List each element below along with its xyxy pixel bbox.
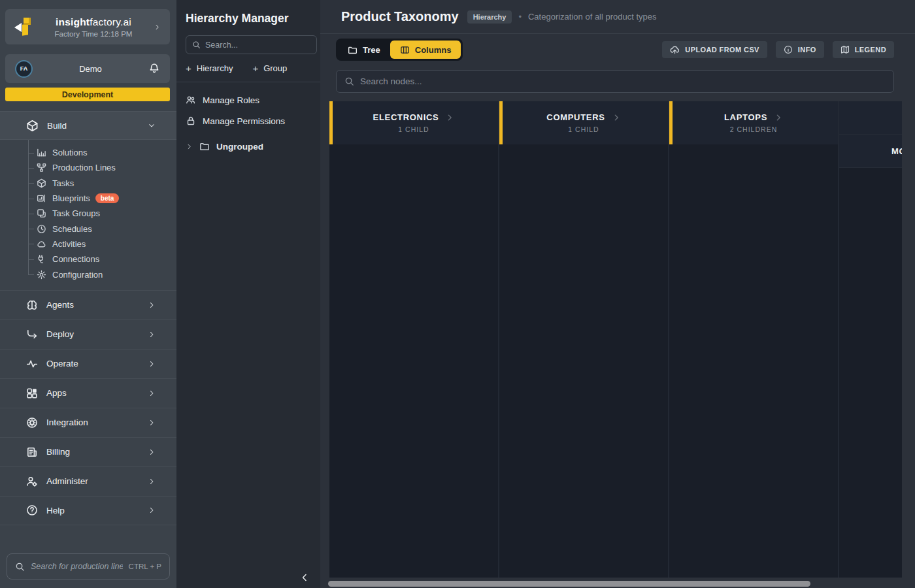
sidebar-item-apps[interactable]: Apps	[0, 378, 176, 408]
add-group-button[interactable]: + Group	[252, 63, 287, 73]
sidebar-item-build[interactable]: Build	[0, 111, 176, 140]
sidebar-item-blueprints[interactable]: Blueprints beta	[0, 191, 176, 206]
view-toggle: Tree Columns	[336, 39, 463, 61]
panel-actions: + Hierarchy + Group	[186, 63, 311, 73]
plus-icon: +	[252, 63, 258, 73]
hierarchy-search[interactable]	[186, 35, 317, 54]
page-title: Product Taxonomy	[341, 9, 459, 24]
brand-card[interactable]: insightfactory.ai Factory Time 12:18 PM	[5, 9, 170, 44]
page-subtitle: Categorization of all product types	[528, 12, 657, 22]
sidebar-item-agents[interactable]: Agents	[0, 290, 176, 319]
page-header: Product Taxonomy Hierarchy • Categorizat…	[320, 0, 915, 34]
sidebar-item-deploy[interactable]: Deploy	[0, 319, 176, 349]
chevron-right-icon	[148, 360, 156, 368]
sidebar-item-configuration[interactable]: Configuration	[0, 267, 176, 282]
sidebar-item-integration[interactable]: Integration	[0, 408, 176, 437]
sidebar-sections: Agents Deploy Operate Apps Integration	[0, 290, 176, 525]
sidebar-item-activities[interactable]: Activities	[0, 237, 176, 252]
folder-icon	[348, 45, 358, 55]
ungrouped-tree-item[interactable]: Ungrouped	[176, 136, 320, 157]
add-hierarchy-button[interactable]: + Hierarchy	[186, 63, 233, 73]
sidebar: insightfactory.ai Factory Time 12:18 PM …	[0, 0, 176, 588]
miller-columns: ELECTRONICS 1 CHILD COMPUTERS 1 CHILD LA	[329, 101, 902, 578]
collapse-panel-icon[interactable]	[299, 572, 310, 583]
info-icon	[784, 45, 793, 54]
sidebar-item-schedules[interactable]: Schedules	[0, 221, 176, 236]
manage-permissions-item[interactable]: Manage Permissions	[176, 110, 320, 131]
chevron-right-icon[interactable]	[154, 24, 161, 31]
sidebar-item-connections[interactable]: Connections	[0, 252, 176, 267]
child-node-row[interactable]	[839, 101, 902, 135]
stacked-squares-icon	[37, 208, 46, 218]
build-submenu: Solutions Production Lines Tasks Bluepri…	[0, 140, 176, 290]
column-computers: COMPUTERS 1 CHILD	[499, 101, 669, 578]
chevron-right-icon	[445, 113, 454, 122]
chevron-right-icon	[148, 478, 156, 485]
environment-badge[interactable]: Development	[5, 88, 170, 101]
search-icon	[192, 41, 201, 49]
cube-icon	[37, 178, 46, 188]
child-count: 1 CHILD	[398, 125, 429, 133]
horizontal-scrollbar-thumb[interactable]	[328, 581, 810, 587]
gear-icon	[37, 270, 46, 280]
chevron-right-icon	[612, 113, 621, 122]
brand-name-bold: insight	[56, 16, 90, 27]
node-search[interactable]	[336, 70, 894, 93]
panel-title: Hierarchy Manager	[176, 0, 320, 25]
manage-roles-item[interactable]: Manage Roles	[176, 90, 320, 110]
chevron-right-icon	[148, 448, 156, 456]
search-icon	[344, 76, 354, 86]
info-button[interactable]: INFO	[776, 41, 824, 58]
user-card[interactable]: FA Demo	[5, 54, 170, 83]
avatar[interactable]: FA	[15, 60, 33, 78]
beta-badge: beta	[95, 193, 120, 203]
selected-indicator-bar	[499, 101, 503, 144]
columns-view-button[interactable]: Columns	[390, 41, 461, 59]
upload-from-csv-button[interactable]: UPLOAD FROM CSV	[662, 41, 767, 58]
panel-search-row	[186, 35, 311, 54]
toolbar-buttons: UPLOAD FROM CSV INFO LEGEND	[662, 41, 894, 58]
chevron-down-icon	[148, 122, 156, 129]
sidebar-item-tasks[interactable]: Tasks	[0, 176, 176, 191]
sidebar-item-production-lines[interactable]: Production Lines	[0, 160, 176, 175]
tree-view-button[interactable]: Tree	[338, 41, 390, 59]
sidebar-item-help[interactable]: Help	[0, 496, 176, 525]
node-title: LAPTOPS	[724, 112, 767, 122]
map-icon	[840, 45, 850, 54]
dot-separator: •	[518, 12, 522, 22]
column-header[interactable]: COMPUTERS 1 CHILD	[499, 101, 668, 144]
cloud-icon	[37, 239, 46, 249]
chevron-right-icon	[148, 301, 156, 309]
notifications-bell-icon[interactable]	[148, 63, 160, 74]
chevron-right-icon[interactable]	[186, 143, 193, 150]
search-shortcut: CTRL + P	[129, 563, 161, 570]
sidebar-item-task-groups[interactable]: Task Groups	[0, 206, 176, 221]
column-header[interactable]: ELECTRONICS 1 CHILD	[329, 101, 498, 144]
factory-time: Factory Time 12:18 PM	[37, 30, 150, 38]
child-count: 2 CHILDREN	[730, 125, 777, 133]
sidebar-item-operate[interactable]: Operate	[0, 349, 176, 378]
global-search[interactable]: CTRL + P	[7, 553, 170, 580]
panel-list: Manage Roles Manage Permissions Ungroupe…	[176, 90, 320, 157]
clock-icon	[37, 224, 46, 234]
columns-icon	[400, 45, 410, 55]
child-node-row[interactable]: MO	[839, 135, 902, 168]
sidebar-item-solutions[interactable]: Solutions	[0, 145, 176, 160]
sidebar-nav: Build Solutions Production Lines Tasks B…	[0, 111, 176, 525]
main-content: Product Taxonomy Hierarchy • Categorizat…	[320, 0, 915, 588]
sidebar-item-administer[interactable]: Administer	[0, 466, 176, 496]
node-search-input[interactable]	[360, 76, 886, 86]
chevron-right-icon	[148, 331, 156, 338]
legend-button[interactable]: LEGEND	[833, 41, 894, 58]
plug-icon	[37, 254, 46, 264]
plus-icon: +	[186, 63, 191, 73]
selected-indicator-bar	[329, 101, 333, 144]
column-header[interactable]: LAPTOPS 2 CHILDREN	[669, 101, 838, 144]
hierarchy-search-input[interactable]	[205, 41, 310, 50]
chevron-right-icon	[774, 113, 783, 122]
people-icon	[186, 95, 196, 105]
sidebar-item-billing[interactable]: Billing	[0, 437, 176, 466]
global-search-input[interactable]	[31, 562, 123, 571]
question-circle-icon	[26, 504, 38, 516]
brand-text: insightfactory.ai Factory Time 12:18 PM	[37, 16, 150, 38]
